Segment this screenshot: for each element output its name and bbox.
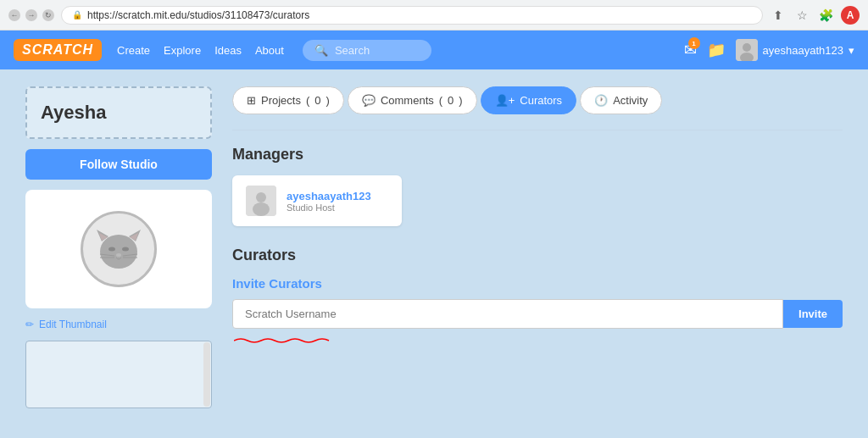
invite-row: Invite bbox=[232, 299, 843, 329]
user-menu[interactable]: ayeshaayath123 ▾ bbox=[736, 39, 854, 61]
person-add-icon: 👤+ bbox=[495, 94, 515, 107]
share-button[interactable]: ⬆ bbox=[770, 7, 787, 24]
tab-activity[interactable]: 🕐 Activity bbox=[580, 86, 662, 114]
svg-point-3 bbox=[100, 235, 137, 269]
notification-badge: 1 bbox=[688, 37, 700, 49]
browser-controls: ← → ↻ bbox=[8, 9, 54, 21]
pencil-icon: ✏ bbox=[25, 319, 34, 330]
invite-button[interactable]: Invite bbox=[783, 300, 843, 328]
managers-title: Managers bbox=[232, 146, 843, 164]
clock-icon: 🕐 bbox=[594, 94, 608, 107]
thumbnail-box bbox=[25, 190, 212, 308]
nav-create[interactable]: Create bbox=[117, 44, 150, 57]
forward-button[interactable]: → bbox=[25, 9, 37, 21]
projects-count: ( bbox=[306, 94, 309, 107]
manager-avatar bbox=[246, 186, 276, 216]
svg-point-9 bbox=[122, 247, 129, 251]
username-label: ayeshaayath123 bbox=[763, 44, 843, 57]
comment-icon: 💬 bbox=[362, 94, 376, 107]
follow-studio-button[interactable]: Follow Studio bbox=[25, 149, 212, 180]
profile-avatar[interactable]: A bbox=[841, 6, 860, 25]
studio-title: Ayesha bbox=[25, 86, 212, 139]
dropdown-icon: ▾ bbox=[849, 44, 854, 57]
browser-chrome: ← → ↻ 🔒 https://scratch.mit.edu/studios/… bbox=[0, 0, 868, 30]
description-area bbox=[25, 341, 212, 408]
svg-point-8 bbox=[108, 247, 115, 251]
nav-ideas[interactable]: Ideas bbox=[214, 44, 242, 57]
scrollbar[interactable] bbox=[203, 342, 210, 407]
bookmark-button[interactable]: ☆ bbox=[793, 7, 810, 24]
svg-point-1 bbox=[743, 43, 751, 52]
nav-links: Create Explore Ideas About bbox=[117, 44, 284, 57]
back-button[interactable]: ← bbox=[8, 9, 20, 21]
url-text: https://scratch.mit.edu/studios/31108473… bbox=[87, 9, 309, 21]
tabs: ⊞ Projects (0) 💬 Comments (0) 👤+ Curator… bbox=[232, 86, 843, 114]
wavy-error-line bbox=[234, 337, 331, 344]
messages-button[interactable]: ✉ 1 bbox=[684, 41, 697, 59]
svg-point-17 bbox=[253, 202, 270, 216]
lock-icon: 🔒 bbox=[72, 10, 82, 19]
search-icon: 🔍 bbox=[314, 44, 328, 57]
error-indicator bbox=[234, 332, 843, 347]
cat-icon bbox=[81, 211, 157, 287]
manager-role: Studio Host bbox=[287, 202, 371, 213]
svg-point-10 bbox=[116, 253, 121, 257]
manager-card: ayeshaayath123 Studio Host bbox=[232, 175, 402, 226]
browser-actions: ⬆ ☆ 🧩 A bbox=[770, 6, 860, 25]
managers-section: Managers ayeshaayath123 Studio Host bbox=[232, 146, 843, 226]
edit-thumbnail-button[interactable]: ✏ Edit Thumbnail bbox=[25, 319, 212, 330]
extension-button[interactable]: 🧩 bbox=[817, 7, 834, 24]
tab-curators[interactable]: 👤+ Curators bbox=[481, 86, 576, 114]
right-content: ⊞ Projects (0) 💬 Comments (0) 👤+ Curator… bbox=[232, 86, 843, 421]
user-avatar bbox=[736, 39, 758, 61]
grid-icon: ⊞ bbox=[247, 94, 256, 107]
nav-right: ✉ 1 📁 ayeshaayath123 ▾ bbox=[684, 39, 854, 61]
curators-title: Curators bbox=[232, 247, 843, 264]
nav-explore[interactable]: Explore bbox=[164, 44, 201, 57]
svg-point-16 bbox=[256, 192, 266, 202]
reload-button[interactable]: ↻ bbox=[42, 9, 54, 21]
scratch-nav: SCRATCH Create Explore Ideas About 🔍 ✉ 1… bbox=[0, 30, 868, 69]
manager-info: ayeshaayath123 Studio Host bbox=[287, 190, 371, 213]
description-box[interactable] bbox=[25, 341, 212, 408]
search-bar[interactable]: 🔍 bbox=[303, 40, 431, 61]
tab-projects[interactable]: ⊞ Projects (0) bbox=[232, 86, 344, 114]
folder-button[interactable]: 📁 bbox=[707, 41, 726, 59]
invite-input[interactable] bbox=[232, 299, 783, 329]
tab-comments[interactable]: 💬 Comments (0) bbox=[348, 86, 477, 114]
left-sidebar: Ayesha Follow Studio bbox=[25, 86, 212, 421]
curators-section: Curators Invite Curators Invite bbox=[232, 247, 843, 347]
nav-about[interactable]: About bbox=[255, 44, 284, 57]
url-bar[interactable]: 🔒 https://scratch.mit.edu/studios/311084… bbox=[61, 6, 763, 25]
divider bbox=[232, 130, 843, 130]
manager-name[interactable]: ayeshaayath123 bbox=[287, 190, 371, 202]
invite-title: Invite Curators bbox=[232, 276, 843, 291]
main-content: Ayesha Follow Studio bbox=[0, 69, 868, 438]
scratch-logo[interactable]: SCRATCH bbox=[14, 39, 102, 61]
search-input[interactable] bbox=[335, 44, 420, 57]
